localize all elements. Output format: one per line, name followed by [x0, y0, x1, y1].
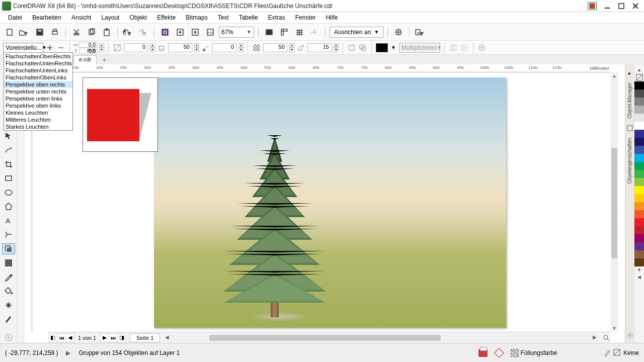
color-swatch[interactable]	[634, 250, 644, 258]
zoom-level-select[interactable]: 67%▼	[219, 27, 254, 38]
color-swatch[interactable]	[634, 202, 644, 210]
menu-layout[interactable]: Layout	[96, 13, 124, 22]
preset-option[interactable]: Starkes Leuchten	[4, 123, 72, 130]
offset-y-field[interactable]: 0,0 mm	[79, 48, 97, 54]
color-swatch[interactable]	[634, 89, 644, 98]
menu-tabelle[interactable]: Tabelle	[234, 13, 263, 22]
color-proof-icon[interactable]	[494, 348, 504, 358]
preset-option[interactable]: Perspektive oben rechts	[4, 81, 72, 88]
add-preset-button[interactable]	[45, 43, 54, 52]
clear-shadow-button[interactable]	[460, 43, 469, 52]
color-swatch[interactable]	[634, 234, 644, 242]
preset-option[interactable]: Perspektive unten links	[4, 95, 72, 102]
close-button[interactable]	[630, 2, 641, 11]
color-swatch[interactable]	[634, 210, 644, 218]
horizontal-scrollbar[interactable]: ◀ ▶	[164, 334, 598, 341]
docker-icon[interactable]	[625, 124, 634, 133]
preset-option[interactable]: FlachschattenUntenRechts	[4, 60, 72, 67]
show-rulers-button[interactable]	[278, 26, 291, 39]
eyedropper-tool[interactable]	[2, 272, 15, 283]
new-document-button[interactable]	[3, 26, 16, 39]
preset-option[interactable]: Perspektive unten rechts	[4, 88, 72, 95]
shadow-color-swatch[interactable]	[376, 43, 388, 52]
color-swatch[interactable]	[634, 154, 644, 162]
ellipse-tool[interactable]	[2, 187, 15, 198]
color-swatch[interactable]	[634, 81, 644, 89]
docker-object-properties[interactable]: Objekteigenschaften	[627, 135, 632, 187]
menu-bitmaps[interactable]: Bitmaps	[181, 13, 212, 22]
export-button[interactable]	[189, 26, 202, 39]
next-page-button[interactable]: ▶	[100, 333, 109, 342]
cut-button[interactable]	[70, 26, 83, 39]
shape-tool[interactable]	[2, 145, 15, 156]
docker-add-button[interactable]	[625, 331, 634, 340]
scroll-thumb[interactable]	[209, 335, 441, 341]
printer-status-icon[interactable]	[478, 349, 488, 357]
smart-fill-tool[interactable]	[2, 300, 15, 311]
scroll-up-arrow[interactable]: ▲	[611, 72, 618, 79]
docker-object-manager[interactable]: Objekt-Manager	[627, 79, 632, 122]
menu-bearbeiten[interactable]: Bearbeiten	[27, 13, 66, 22]
preset-option[interactable]: FlachschattenObenRechts	[4, 53, 72, 60]
show-grid-button[interactable]	[293, 26, 306, 39]
color-swatch[interactable]	[634, 170, 644, 178]
color-swatch[interactable]	[634, 146, 644, 154]
delete-preset-button[interactable]	[56, 43, 65, 52]
prev-page-button[interactable]: ◀	[65, 333, 74, 342]
color-swatch[interactable]	[634, 194, 644, 202]
menu-objekt[interactable]: Objekt	[124, 13, 152, 22]
crop-tool[interactable]	[2, 159, 15, 170]
outline-indicator[interactable]: Keine	[603, 349, 639, 357]
palette-scroll-up[interactable]: ▲	[634, 66, 644, 73]
color-swatch[interactable]	[634, 258, 644, 266]
menu-extras[interactable]: Extras	[263, 13, 290, 22]
red-square-object[interactable]	[83, 77, 158, 152]
menu-effekte[interactable]: Effekte	[152, 13, 181, 22]
opacity-field[interactable]: 50	[263, 43, 287, 52]
horizontal-ruler[interactable]: Millimeter 10015020025030035040045050055…	[32, 64, 611, 72]
feather-field[interactable]: 15	[307, 43, 332, 52]
feather-direction-button[interactable]	[347, 43, 356, 52]
drawing-area[interactable]	[32, 72, 611, 332]
page-insert-button[interactable]: ◧	[48, 333, 57, 342]
options-button[interactable]	[392, 26, 405, 39]
preset-option[interactable]: Kleines Leuchten	[4, 109, 72, 116]
page-append-button[interactable]: ◨	[117, 333, 126, 342]
color-swatch[interactable]	[634, 178, 644, 186]
transparency-tool[interactable]	[2, 257, 15, 268]
open-button[interactable]: ▾	[18, 26, 31, 39]
menu-hilfe[interactable]: Hilfe	[320, 13, 343, 22]
last-page-button[interactable]: ⏭	[109, 333, 118, 342]
shadow-angle-spinner[interactable]: ▲▼	[150, 43, 155, 52]
new-tab-button[interactable]: +	[100, 56, 109, 64]
minimize-button[interactable]	[602, 2, 613, 11]
no-color-swatch[interactable]	[634, 73, 644, 81]
snap-to-button[interactable]: Ausrichten an▼	[330, 27, 383, 38]
color-swatch[interactable]	[634, 98, 644, 106]
chevron-down-icon[interactable]: ▼	[391, 45, 396, 50]
undo-button[interactable]: ▾	[122, 26, 135, 39]
page-tab[interactable]: Seite 1	[130, 333, 160, 342]
offset-spinner[interactable]: ▲▼	[99, 43, 104, 52]
preset-option[interactable]: Perspektive oben links	[4, 102, 72, 109]
add-button[interactable]	[477, 43, 487, 52]
maximize-button[interactable]	[616, 2, 627, 11]
scroll-right-arrow[interactable]: ▶	[593, 334, 597, 340]
palette-scroll-down[interactable]: ▼	[634, 266, 644, 274]
menu-text[interactable]: Text	[213, 13, 234, 22]
quick-customize-button[interactable]	[2, 332, 15, 343]
docker-expand-button[interactable]: ▸	[625, 68, 634, 77]
color-swatch[interactable]	[634, 106, 644, 114]
fullscreen-preview-button[interactable]	[263, 26, 276, 39]
menu-ansicht[interactable]: Ansicht	[66, 13, 96, 22]
publish-pdf-button[interactable]: PDF	[204, 26, 217, 39]
feather-edge-button[interactable]	[358, 43, 367, 52]
text-tool[interactable]: A	[2, 215, 15, 226]
first-page-button[interactable]: ⏮	[57, 333, 66, 342]
preset-option[interactable]: FlachschattenObenLinks	[4, 74, 72, 81]
paste-button[interactable]	[100, 26, 113, 39]
color-swatch[interactable]	[634, 226, 644, 234]
scroll-down-arrow[interactable]: ▼	[611, 325, 618, 332]
save-button[interactable]	[33, 26, 46, 39]
vertical-scrollbar[interactable]: ▲ ▼	[611, 72, 618, 332]
